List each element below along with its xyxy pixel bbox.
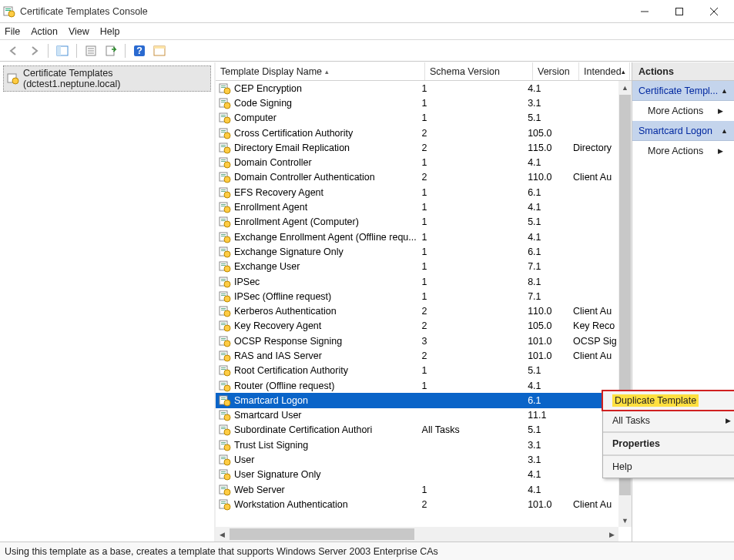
- scroll-left-icon[interactable]: ◀: [216, 527, 229, 542]
- col-header-intended[interactable]: Intended ▴: [579, 62, 630, 80]
- table-row[interactable]: RAS and IAS Server2101.0Client Au: [216, 348, 618, 363]
- cell-schema: 1: [422, 246, 528, 257]
- menu-properties[interactable]: Properties: [603, 433, 734, 454]
- svg-point-76: [224, 281, 230, 287]
- table-row[interactable]: Smartcard Logon6.1: [216, 393, 618, 407]
- scroll-down-icon[interactable]: ▼: [618, 514, 632, 527]
- svg-rect-103: [221, 384, 226, 385]
- actions-section-certtemplates[interactable]: Certificate Templ...▲: [632, 81, 734, 101]
- table-row[interactable]: Key Recovery Agent2105.0Key Reco: [216, 319, 618, 334]
- scroll-right-icon[interactable]: ▶: [605, 527, 618, 542]
- close-button[interactable]: [696, 1, 731, 22]
- table-row[interactable]: Trust List Signing3.1: [216, 438, 618, 452]
- svg-rect-131: [221, 488, 226, 489]
- cell-schema: 1: [422, 216, 528, 227]
- table-row[interactable]: CEP Encryption14.1: [216, 81, 618, 96]
- svg-point-84: [224, 310, 230, 317]
- svg-rect-115: [221, 428, 226, 429]
- menu-duplicate-template[interactable]: Duplicate Template: [602, 390, 734, 411]
- svg-point-40: [224, 147, 230, 153]
- actions-section-smartcard[interactable]: Smartcard Logon▲: [632, 121, 734, 141]
- scrollbar-thumb-h[interactable]: [230, 528, 414, 540]
- table-row[interactable]: Exchange Signature Only16.1: [216, 244, 618, 259]
- col-header-schema[interactable]: Schema Version: [425, 62, 533, 80]
- cell-version: 6.1: [528, 187, 573, 198]
- cell-version: 4.1: [528, 381, 573, 391]
- table-row[interactable]: EFS Recovery Agent16.1: [216, 185, 618, 200]
- cert-template-icon: [219, 171, 231, 183]
- cell-schema: 1: [422, 112, 528, 123]
- svg-point-20: [12, 78, 18, 84]
- table-row[interactable]: Router (Offline request)14.1: [216, 378, 618, 393]
- cell-schema: 2: [422, 350, 528, 361]
- cell-schema: All Tasks: [422, 424, 528, 435]
- cert-template-icon: [219, 335, 231, 347]
- svg-point-44: [224, 162, 230, 168]
- svg-point-64: [224, 236, 230, 243]
- table-row[interactable]: Domain Controller14.1: [216, 155, 618, 169]
- svg-rect-107: [221, 399, 226, 400]
- cert-template-icon: [219, 409, 231, 421]
- table-row[interactable]: Exchange User17.1: [216, 260, 618, 274]
- table-row[interactable]: User3.1: [216, 452, 618, 467]
- actions-more-2[interactable]: More Actions▶: [632, 141, 734, 161]
- table-row[interactable]: Enrollment Agent (Computer)15.1: [216, 215, 618, 230]
- table-row[interactable]: Root Certification Authority15.1: [216, 364, 618, 378]
- scroll-up-icon[interactable]: ▲: [618, 81, 632, 94]
- cell-version: 101.0: [528, 350, 573, 361]
- col-header-name[interactable]: Template Display Name▴: [216, 62, 425, 80]
- table-row[interactable]: IPSec (Offline request)17.1: [216, 289, 618, 303]
- svg-point-24: [224, 88, 230, 94]
- menu-view[interactable]: View: [69, 26, 89, 37]
- menu-help[interactable]: Help: [603, 456, 734, 478]
- minimize-button[interactable]: [627, 1, 662, 22]
- svg-point-128: [224, 474, 230, 480]
- cell-schema: 1: [422, 277, 528, 287]
- maximize-button[interactable]: [662, 1, 696, 22]
- cell-version: 5.1: [528, 112, 573, 123]
- table-row[interactable]: Computer15.1: [216, 111, 618, 126]
- table-row[interactable]: OCSP Response Signing3101.0OCSP Sig: [216, 334, 618, 348]
- svg-rect-118: [221, 442, 226, 443]
- table-row[interactable]: Kerberos Authentication2110.0Client Au: [216, 303, 618, 318]
- horizontal-scrollbar[interactable]: ◀ ▶: [216, 527, 618, 542]
- table-row[interactable]: Directory Email Replication2115.0Directo…: [216, 140, 618, 155]
- table-row[interactable]: Cross Certification Authority2105.0: [216, 126, 618, 140]
- cert-template-icon: [7, 72, 19, 85]
- table-row[interactable]: Web Server14.1: [216, 482, 618, 497]
- table-row[interactable]: Exchange Enrollment Agent (Offline requ.…: [216, 230, 618, 244]
- col-header-version[interactable]: Version: [533, 62, 579, 80]
- actions-more-1[interactable]: More Actions▶: [632, 101, 734, 121]
- table-row[interactable]: Domain Controller Authentication2110.0Cl…: [216, 170, 618, 185]
- view-button[interactable]: [150, 42, 169, 59]
- submenu-arrow-icon: ▶: [726, 417, 731, 424]
- table-row[interactable]: Smartcard User11.1: [216, 408, 618, 423]
- table-row[interactable]: Code Signing13.1: [216, 96, 618, 110]
- table-row[interactable]: Subordinate Certification AuthoriAll Tas…: [216, 423, 618, 438]
- menu-action[interactable]: Action: [31, 26, 58, 37]
- forward-button[interactable]: [25, 42, 43, 59]
- svg-point-56: [224, 206, 230, 213]
- back-button[interactable]: [5, 42, 23, 59]
- table-row[interactable]: Enrollment Agent14.1: [216, 200, 618, 214]
- svg-rect-135: [221, 503, 226, 504]
- table-row[interactable]: IPSec18.1: [216, 274, 618, 289]
- svg-rect-67: [221, 250, 226, 251]
- cert-template-icon: [219, 380, 231, 392]
- export-button[interactable]: [102, 42, 120, 59]
- tree-root-item[interactable]: Certificate Templates (dctest1.neptune.l…: [3, 65, 211, 92]
- show-tree-button[interactable]: [53, 42, 72, 59]
- menu-all-tasks[interactable]: All Tasks▶: [603, 410, 734, 431]
- cell-version: 4.1: [528, 485, 573, 495]
- svg-rect-83: [221, 310, 226, 310]
- svg-rect-70: [221, 263, 226, 264]
- cell-intended: Client Au: [573, 350, 618, 361]
- menu-help[interactable]: Help: [100, 26, 120, 37]
- cell-intended: Client Au: [573, 499, 618, 510]
- menu-file[interactable]: File: [5, 26, 20, 37]
- table-row[interactable]: Workstation Authentication2101.0Client A…: [216, 497, 618, 511]
- properties-button[interactable]: [82, 42, 100, 59]
- cell-name: Web Server: [234, 485, 422, 495]
- help-button[interactable]: ?: [130, 42, 149, 59]
- table-row[interactable]: User Signature Only4.1: [216, 468, 618, 482]
